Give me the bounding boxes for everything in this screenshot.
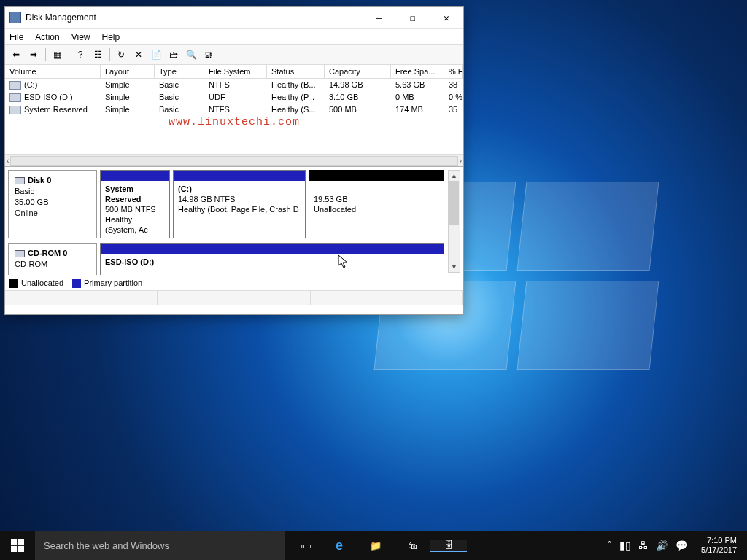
taskbar-store[interactable]: 🛍 xyxy=(394,540,430,551)
close-button[interactable]: ✕ xyxy=(430,7,463,28)
col-type[interactable]: Type xyxy=(155,65,204,78)
col-status[interactable]: Status xyxy=(267,65,325,78)
taskbar: Search the web and Windows ▭▭ e 📁 🛍 🗄 ˄ … xyxy=(0,531,747,560)
partition-esd-iso[interactable]: ESD-ISO (D:) xyxy=(100,243,444,275)
maximize-button[interactable]: ☐ xyxy=(396,7,430,28)
tray-overflow-button[interactable]: ˄ xyxy=(607,540,612,551)
action-center-icon[interactable]: 💬 xyxy=(676,540,688,551)
minimize-button[interactable]: — xyxy=(363,7,396,28)
clock-date: 5/17/2017 xyxy=(701,545,737,555)
more-button[interactable]: 🖳 xyxy=(201,47,217,63)
cdrom-label[interactable]: CD-ROM 0 CD-ROM xyxy=(8,243,97,275)
menu-help[interactable]: Help xyxy=(102,32,120,42)
windows-logo-icon xyxy=(11,539,24,552)
rescan-button[interactable]: 🗁 xyxy=(166,47,182,63)
statusbar xyxy=(5,290,463,305)
taskbar-disk-management[interactable]: 🗄 xyxy=(430,540,467,552)
taskview-icon: ▭▭ xyxy=(294,540,311,551)
legend-primary-swatch xyxy=(72,279,81,288)
properties-button[interactable]: ☷ xyxy=(90,47,106,63)
search-placeholder: Search the web and Windows xyxy=(44,540,169,551)
clock-time: 7:10 PM xyxy=(701,536,737,545)
menubar: File Action View Help xyxy=(5,28,463,44)
network-icon[interactable]: 🖧 xyxy=(638,540,649,551)
edge-icon: e xyxy=(336,538,343,553)
cdrom-0-row: CD-ROM 0 CD-ROM ESD-ISO (D:) xyxy=(8,243,460,275)
toolbar: ⬅ ➡ ▦ ? ☷ ↻ ✕ 📄 🗁 🔍 🖳 xyxy=(5,44,463,65)
volume-row[interactable]: ESD-ISO (D:) Simple Basic UDF Healthy (P… xyxy=(5,91,463,104)
help-button[interactable]: ? xyxy=(72,47,88,63)
partition-system-reserved[interactable]: System Reserved 500 MB NTFS Healthy (Sys… xyxy=(100,170,170,238)
settings-button[interactable]: 📄 xyxy=(148,47,164,63)
volume-list-hscroll[interactable]: ‹› xyxy=(5,154,463,166)
titlebar[interactable]: Disk Management — ☐ ✕ xyxy=(5,7,463,28)
task-view-button[interactable]: ▭▭ xyxy=(285,540,321,551)
col-capacity[interactable]: Capacity xyxy=(325,65,391,78)
diskmgmt-icon: 🗄 xyxy=(444,540,454,551)
svg-rect-3 xyxy=(18,546,24,552)
menu-file[interactable]: File xyxy=(9,32,23,42)
volume-row[interactable]: System Reserved Simple Basic NTFS Health… xyxy=(5,104,463,116)
query-button[interactable]: 🔍 xyxy=(183,47,199,63)
partition-unallocated[interactable]: 19.53 GB Unallocated xyxy=(309,170,444,238)
volume-list: Volume Layout Type File System Status Ca… xyxy=(5,65,463,154)
taskbar-explorer[interactable]: 📁 xyxy=(357,540,394,551)
taskbar-edge[interactable]: e xyxy=(321,538,357,553)
disk-icon xyxy=(15,177,25,184)
window-title: Disk Management xyxy=(26,12,96,23)
menu-action[interactable]: Action xyxy=(35,32,59,42)
svg-rect-0 xyxy=(11,539,17,545)
disk-management-window: Disk Management — ☐ ✕ File Action View H… xyxy=(4,6,464,315)
system-tray: ˄ ▮▯ 🖧 🔊 💬 7:10 PM 5/17/2017 xyxy=(603,531,747,560)
clock[interactable]: 7:10 PM 5/17/2017 xyxy=(695,536,743,555)
search-box[interactable]: Search the web and Windows xyxy=(35,531,285,560)
vol-name: System Reserved xyxy=(5,104,101,116)
vol-name: (C:) xyxy=(5,79,101,91)
vol-name: ESD-ISO (D:) xyxy=(5,91,101,104)
start-button[interactable] xyxy=(0,531,35,560)
delete-button[interactable]: ✕ xyxy=(131,47,147,63)
col-volume[interactable]: Volume xyxy=(5,65,101,78)
refresh-button[interactable]: ↻ xyxy=(113,47,129,63)
disk-0-label[interactable]: Disk 0 Basic 35.00 GB Online xyxy=(8,170,97,238)
disk-map-pane: Disk 0 Basic 35.00 GB Online System Rese… xyxy=(5,166,463,276)
svg-rect-1 xyxy=(18,539,24,545)
col-layout[interactable]: Layout xyxy=(101,65,155,78)
volume-row[interactable]: (C:) Simple Basic NTFS Healthy (B... 14.… xyxy=(5,79,463,91)
partition-c[interactable]: (C:) 14.98 GB NTFS Healthy (Boot, Page F… xyxy=(173,170,306,238)
store-icon: 🛍 xyxy=(408,540,417,551)
app-icon xyxy=(9,12,21,23)
battery-icon[interactable]: ▮▯ xyxy=(619,540,631,551)
col-free[interactable]: Free Spa... xyxy=(391,65,444,78)
cdrom-icon xyxy=(15,250,25,257)
disk-map-vscroll[interactable]: ▲▼ xyxy=(448,170,460,273)
legend-unallocated-swatch xyxy=(9,279,18,288)
watermark-text: www.linuxtechi.com xyxy=(5,116,463,128)
folder-icon: 📁 xyxy=(370,540,382,551)
show-hide-tree-button[interactable]: ▦ xyxy=(49,47,65,63)
legend: Unallocated Primary partition xyxy=(5,276,463,290)
menu-view[interactable]: View xyxy=(71,32,90,42)
volume-icon[interactable]: 🔊 xyxy=(656,540,668,551)
disk-0-row: Disk 0 Basic 35.00 GB Online System Rese… xyxy=(8,170,460,238)
col-pctfree[interactable]: % F xyxy=(444,65,463,78)
col-filesystem[interactable]: File System xyxy=(204,65,267,78)
svg-rect-2 xyxy=(11,546,17,552)
volume-list-header: Volume Layout Type File System Status Ca… xyxy=(5,65,463,79)
forward-button[interactable]: ➡ xyxy=(26,47,42,63)
back-button[interactable]: ⬅ xyxy=(8,47,24,63)
